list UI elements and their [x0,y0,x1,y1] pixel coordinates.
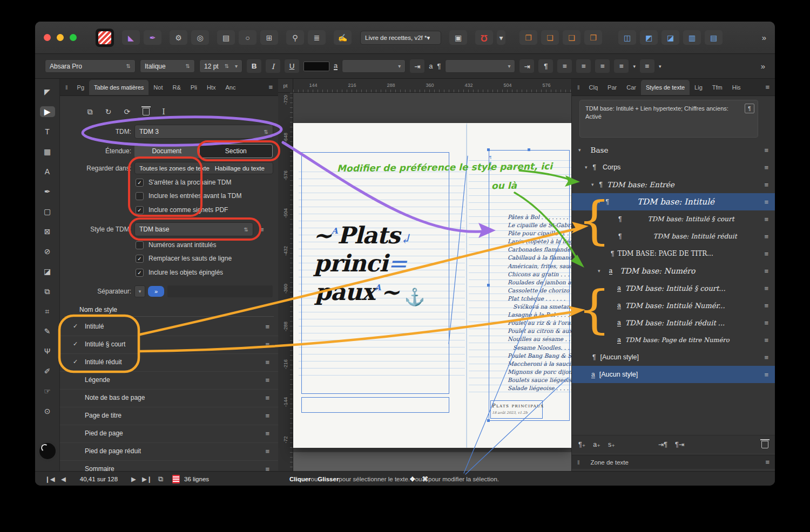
tool-icon[interactable]: ◪ [40,266,55,277]
previous-page-button[interactable]: ◀ [61,472,66,486]
pilcrow-icon[interactable]: ¶ [437,62,441,70]
tab-table-des-matieres[interactable]: Table des matières [89,80,148,95]
row-menu-icon[interactable]: ≡ [764,215,768,223]
style-row-tdm-intitule-reduit[interactable]: ¶ TDM base: Intitulé réduit ≡ [572,228,775,245]
row-menu-icon[interactable]: ≡ [265,340,269,349]
document-title-dropdown[interactable]: Livre de recettes, v2f *▾ [360,31,441,45]
etendue-section-button[interactable]: Section [199,144,273,158]
zone-de-texte-bar[interactable]: ‖ Zone de texte ≡ [572,455,775,469]
toolbar-icon[interactable]: ≣ [308,30,326,45]
arrange-icon[interactable]: ❒ [584,30,602,45]
chevron-down-icon[interactable]: ▾ [585,165,588,170]
paragraph-style-select[interactable]: ▾ [445,59,515,73]
tab-par[interactable]: Par [603,80,622,95]
font-size-select[interactable]: 12 pt⇅▾ [199,59,242,73]
chevron-down-icon[interactable]: ▾ [591,182,594,187]
style-row-char-intitule-numero[interactable]: a TDM base: Intitulé Numér... ≡ [572,297,775,314]
persona-icon[interactable]: ◣ [122,30,140,45]
row-menu-icon[interactable]: ≡ [764,336,768,344]
next-page-button[interactable]: ▶ [131,472,136,486]
toolbar-icon[interactable]: ⊞ [260,30,278,45]
reapply-style-icon[interactable]: ¶⇥ [675,440,684,448]
checkbox-pdf-bookmarks[interactable]: ✓ Inclure comme signets PDF [136,206,228,214]
persona-icon[interactable]: ✒ [144,30,161,45]
panel-menu-icon[interactable]: ≡ [268,83,273,91]
tool-icon[interactable]: ⊘ [40,246,55,257]
checkbox-pinned-objects[interactable]: ✓ Inclure les objets épinglés [136,268,223,277]
align-icon[interactable]: ▥ [683,30,701,45]
bold-button[interactable]: B [247,59,261,73]
tab-his[interactable]: His [727,80,746,95]
refresh-icon[interactable]: ↻ [105,107,112,116]
tool-icon[interactable]: T [40,126,55,137]
row-menu-icon[interactable]: ≡ [764,250,768,258]
tab-clq[interactable]: Clq [584,80,603,95]
align-icon[interactable]: ◩ [640,30,658,45]
toolbar-icon[interactable]: ◎ [191,30,209,45]
regarder-select[interactable]: Toutes les zones de texte Habillage du t… [134,162,273,174]
tab-pli[interactable]: Pli [186,80,202,95]
chevron-down-icon[interactable]: ▾ [598,268,600,274]
color-well[interactable] [303,62,329,71]
character-style-select[interactable]: ▾ [342,59,406,73]
style-row-no-style-char[interactable]: a [Aucun style] ≡ [572,366,775,383]
separateur-select[interactable]: ▾ [134,285,145,297]
separateur-field[interactable] [167,285,273,297]
tdm-select[interactable]: TDM 3⇅ [134,125,273,139]
tab-tfm[interactable]: Tfm [707,80,727,95]
tab-reglages[interactable]: R& [167,80,185,95]
align-icon[interactable]: ◫ [618,30,636,45]
frame-handle[interactable] [487,419,490,422]
arrange-icon[interactable]: ❐ [519,30,537,45]
font-family-select[interactable]: Absara Pro⇅ [45,59,136,73]
frame-handle[interactable] [528,148,530,151]
reapply-style-icon[interactable]: ⇥¶ [658,440,667,448]
refresh-all-icon[interactable]: ⟳ [124,107,131,116]
tab-car[interactable]: Car [622,80,641,95]
style-name-row[interactable]: Pied de page ≡ [60,425,278,443]
first-page-button[interactable]: ❙◀ [45,472,55,486]
row-menu-icon[interactable]: ≡ [764,233,768,241]
tool-icon[interactable]: ✐ [40,366,55,377]
chevron-down-icon[interactable]: ▾ [633,64,636,69]
align-icon[interactable]: ◪ [662,30,679,45]
row-menu-icon[interactable]: ≡ [764,198,768,206]
char-a-icon[interactable]: a [429,62,433,70]
pasteboard[interactable]: ¶¶¶ ~APlats↲ princi= pauxA~⚓ Pâtes à Bol… [293,93,571,471]
style-row-tdm-entree[interactable]: ▾ ¶ TDM base: Entrée ≡ [572,176,775,193]
italic-button[interactable]: I [266,59,280,73]
document-canvas[interactable]: 144216288360432504576 -720-648-576-504-4… [278,79,571,471]
style-row-tdm-numero[interactable]: ▾ a TDM base: Numéro ≡ [572,262,775,279]
row-menu-icon[interactable]: ≡ [265,323,269,331]
zoom-window-button[interactable] [70,34,77,41]
style-detail-icon[interactable]: ¶ [745,104,754,113]
tab-htx[interactable]: Htx [202,80,221,95]
preflight-status-icon[interactable] [172,472,180,486]
copy-icon[interactable]: ⧉ [87,107,93,117]
text-frame-icon[interactable]: ▣ [449,30,467,45]
row-menu-icon[interactable]: ≡ [265,394,269,402]
style-row-tdm-intitule[interactable]: ▾ ¶ TDM base: Intitulé ≡ [572,193,775,210]
pages-view-icon[interactable]: ⧉ [158,472,163,486]
row-menu-icon[interactable]: ≡ [764,371,768,379]
style-name-row[interactable]: ✓ Intitulé réduit ≡ [60,354,278,372]
checkbox-entries-before[interactable]: Inclure les entrées avant la TDM [136,192,242,200]
style-row-tdm-page-de-titre[interactable]: ¶ TDM BASE: PAGE DE TITR... ≡ [572,245,775,262]
font-style-select[interactable]: Italique⇅ [140,59,195,73]
row-menu-icon[interactable]: ≡ [265,447,269,455]
snapping-magnet-icon[interactable]: Ω [475,30,493,45]
style-row-char-page-titre-numero[interactable]: a TDM base: Page de titre Numéro ≡ [572,331,775,349]
tool-icon[interactable]: Ψ [40,346,55,357]
style-row-base[interactable]: ▾ Base ≡ [572,141,775,159]
row-menu-icon[interactable]: ≡ [764,146,768,154]
style-tdm-select[interactable]: TDM base⇅ [134,222,253,236]
toolbar-icon[interactable]: ▤ [217,30,235,45]
row-menu-icon[interactable]: ≡ [265,412,269,420]
toolbar-icon[interactable]: ○ [239,30,256,45]
checkbox-replace-breaks[interactable]: ✓ Remplacer les sauts de ligne [136,254,232,263]
page-spread[interactable]: ¶¶¶ ~APlats↲ princi= pauxA~⚓ Pâtes à Bol… [293,123,571,448]
separateur-leader-button[interactable]: » [148,286,164,297]
toolbar-overflow-icon[interactable]: » [762,33,766,42]
tab-pg[interactable]: Pg [72,80,89,95]
indent-icon[interactable]: ⇥ [519,59,534,73]
